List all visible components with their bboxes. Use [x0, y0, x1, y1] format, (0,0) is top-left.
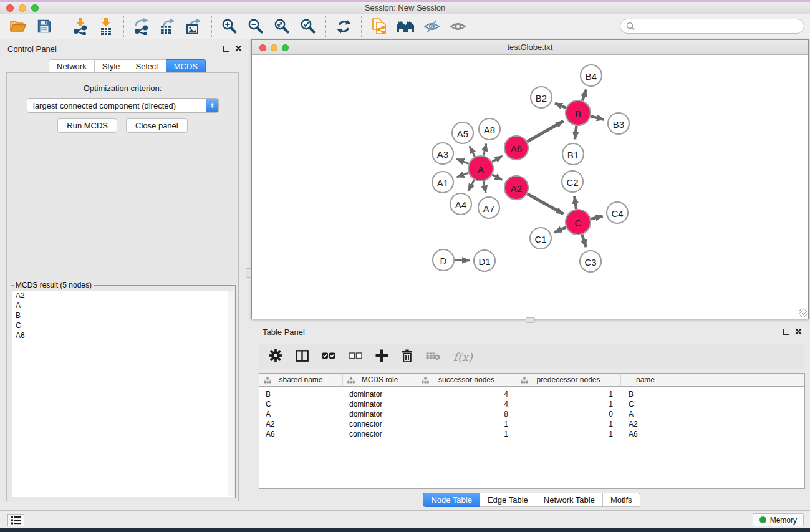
graph-edge-A2-C[interactable]	[527, 194, 563, 214]
open-file-button[interactable]	[5, 15, 31, 37]
table-cell[interactable]: A6	[259, 430, 343, 438]
graph-edge-B-B2[interactable]	[555, 103, 566, 107]
column-header-mcds-role[interactable]: MCDS role	[343, 374, 417, 386]
graph-edge-A-A4[interactable]	[468, 180, 475, 191]
float-panel-icon[interactable]	[223, 46, 229, 52]
graph-edge-A-A6[interactable]	[492, 156, 502, 162]
result-item[interactable]: A	[12, 301, 234, 311]
table-row[interactable]: Cdominator41C	[259, 399, 804, 409]
graph-node-B4[interactable]: B4	[581, 65, 602, 86]
run-mcds-button[interactable]: Run MCDS	[57, 118, 117, 133]
table-cell[interactable]: B	[621, 390, 670, 399]
zoom-network-window-button[interactable]	[282, 44, 289, 51]
tab-node-table[interactable]: Node Table	[423, 493, 480, 507]
table-row[interactable]: Adominator80A	[259, 409, 804, 419]
graph-edge-A-A8[interactable]	[484, 143, 486, 155]
panel-divider-handle-vertical[interactable]	[246, 268, 251, 278]
tab-edge-table[interactable]: Edge Table	[480, 493, 536, 507]
graph-node-B2[interactable]: B2	[531, 87, 552, 108]
import-table-button[interactable]	[93, 15, 119, 37]
column-header-predecessor-nodes[interactable]: predecessor nodes	[516, 374, 621, 386]
graph-node-D1[interactable]: D1	[474, 250, 495, 271]
table-cell[interactable]: 8	[417, 410, 516, 418]
new-session-from-network-button[interactable]	[366, 15, 392, 37]
result-item[interactable]: C	[12, 321, 234, 331]
table-cell[interactable]: connector	[343, 430, 417, 438]
export-image-button[interactable]	[181, 15, 207, 37]
minimize-window-button[interactable]	[19, 4, 26, 12]
close-network-window-button[interactable]	[259, 44, 266, 51]
table-cell[interactable]: 4	[417, 400, 516, 409]
graph-node-A7[interactable]: A7	[478, 197, 499, 218]
graph-edge-C-C1[interactable]	[554, 227, 566, 232]
graph-node-B[interactable]: B	[566, 100, 591, 125]
export-table-button[interactable]	[155, 15, 181, 37]
window-resize-grip[interactable]	[799, 309, 807, 317]
close-panel-icon[interactable]	[235, 45, 242, 52]
table-cell[interactable]: C	[621, 400, 670, 409]
minimize-network-window-button[interactable]	[271, 44, 277, 51]
hide-panel-button[interactable]	[418, 15, 445, 37]
graph-edge-C-C4[interactable]	[591, 216, 602, 220]
graph-edge-A-A3[interactable]	[456, 159, 468, 164]
graph-node-C1[interactable]: C1	[530, 228, 551, 249]
table-cell[interactable]: A	[621, 410, 670, 418]
graph-edge-A-A1[interactable]	[457, 173, 469, 177]
column-header-successor-nodes[interactable]: successor nodes	[417, 374, 516, 386]
table-cell[interactable]: A2	[259, 420, 343, 428]
graph-node-B1[interactable]: B1	[562, 143, 584, 165]
graph-node-C3[interactable]: C3	[580, 251, 601, 272]
graph-edge-A-A7[interactable]	[483, 181, 486, 193]
table-cell[interactable]: 4	[417, 390, 516, 399]
table-cell[interactable]: dominator	[343, 400, 417, 409]
refresh-button[interactable]	[330, 15, 357, 37]
table-cell[interactable]: connector	[343, 420, 417, 428]
table-cell[interactable]: A	[259, 410, 343, 418]
graph-edge-B-B1[interactable]	[575, 126, 577, 139]
table-cell[interactable]: 1	[516, 400, 621, 409]
graph-node-C[interactable]: C	[566, 210, 591, 235]
table-row[interactable]: A2connector11A2	[259, 419, 804, 429]
table-row[interactable]: Bdominator41B	[259, 389, 804, 399]
delete-row-button[interactable]	[402, 349, 413, 365]
criterion-dropdown[interactable]: largest connected component (directed) ▲…	[27, 98, 219, 113]
graph-node-A3[interactable]: A3	[432, 143, 453, 164]
close-table-panel-icon[interactable]	[795, 328, 802, 335]
task-history-button[interactable]	[7, 514, 24, 526]
tab-select[interactable]: Select	[128, 59, 166, 74]
table-cell[interactable]: 1	[417, 420, 516, 428]
graph-node-A5[interactable]: A5	[452, 122, 473, 143]
result-scrollbar[interactable]	[228, 291, 234, 496]
table-cell[interactable]: A6	[621, 430, 670, 438]
graph-node-A1[interactable]: A1	[432, 172, 453, 193]
save-session-button[interactable]	[31, 15, 57, 37]
table-cell[interactable]: 0	[516, 410, 621, 418]
table-cell[interactable]: dominator	[343, 390, 417, 399]
result-item[interactable]: B	[12, 311, 234, 321]
close-panel-button[interactable]: Close panel	[126, 118, 188, 133]
zoom-in-button[interactable]	[216, 15, 243, 37]
graph-node-C4[interactable]: C4	[607, 202, 628, 223]
table-cell[interactable]: A2	[621, 420, 670, 428]
column-header-name[interactable]: name	[621, 374, 670, 386]
network-canvas[interactable]: B4B2BB3A8A5A6A3B1AA1C2A2A4A7C4CC1DD1C3	[252, 55, 808, 319]
float-table-panel-icon[interactable]	[783, 329, 789, 335]
zoom-fit-button[interactable]	[269, 15, 295, 37]
graph-edge-A-A2[interactable]	[492, 175, 502, 180]
result-item[interactable]: A6	[12, 331, 234, 341]
graph-edge-B-B4[interactable]	[582, 90, 586, 101]
table-cell[interactable]: 1	[516, 390, 621, 399]
graph-edge-B-B3[interactable]	[591, 116, 604, 120]
import-network-button[interactable]	[67, 15, 93, 37]
select-all-button[interactable]	[322, 351, 335, 362]
table-cell[interactable]: 1	[516, 430, 621, 438]
graph-node-B3[interactable]: B3	[608, 113, 629, 134]
zoom-selected-button[interactable]	[295, 15, 321, 37]
graph-node-A6[interactable]: A6	[504, 136, 528, 160]
graph-node-A8[interactable]: A8	[479, 118, 500, 140]
table-cell[interactable]: dominator	[343, 410, 417, 418]
zoom-window-button[interactable]	[31, 4, 39, 12]
memory-button[interactable]: Memory	[753, 513, 804, 526]
table-cell[interactable]: B	[259, 390, 343, 399]
graph-node-C2[interactable]: C2	[562, 171, 583, 192]
